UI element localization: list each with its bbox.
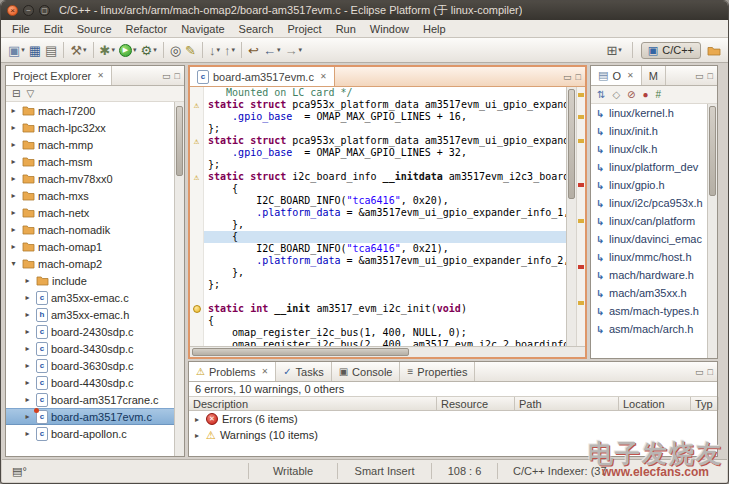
menu-item-run[interactable]: Run [329,22,363,36]
gutter[interactable] [190,327,204,339]
quickfix-bulb-icon[interactable] [193,305,201,313]
tree-expander-icon[interactable]: ▸ [8,242,19,251]
close-icon[interactable]: ✕ [261,367,268,376]
search-icon[interactable]: ◎ [170,43,181,58]
tree-expander-icon[interactable]: ▸ [8,140,19,149]
last-edit-icon[interactable]: ↩ [248,43,259,58]
tree-expander-icon[interactable]: ▸ [22,412,33,421]
group-includes-icon[interactable]: # [656,89,662,100]
tree-expander-icon[interactable]: ▸ [22,429,33,438]
tree-item[interactable]: ▸cboard-3630sdp.c [6,357,174,374]
annotation-mark[interactable] [578,115,584,119]
minimize-view-icon[interactable]: ▭ [162,71,171,81]
tree-item[interactable]: ▸ham35xx-emac.h [6,306,174,323]
annotation-mark[interactable] [578,301,584,305]
back-icon[interactable]: ←▾ [263,43,281,58]
code-line[interactable]: }; [190,123,566,135]
annotation-mark[interactable] [578,139,584,143]
window-close-button[interactable]: × [7,5,18,16]
open-perspective-icon[interactable]: ⊞▾ [606,43,621,58]
minimize-view-icon[interactable]: ▭ [695,367,704,377]
dropdown-icon[interactable]: ▾ [153,46,157,54]
code-line[interactable]: static int __init am3517_evm_i2c_init(vo… [190,303,566,315]
hide-fields-icon[interactable]: ◇ [612,89,620,100]
gutter[interactable] [190,267,204,279]
scrollbar-thumb[interactable] [176,106,183,176]
gutter[interactable]: ⚠ [190,99,204,111]
tree-expander-icon[interactable]: ▸ [22,344,33,353]
tree-expander-icon[interactable]: ▸ [22,378,33,387]
code-line[interactable]: Mounted on LC card */ [190,87,566,99]
warning-marker-icon[interactable]: ⚠ [194,171,199,183]
outline-item[interactable]: ↳linux/can/platform [591,212,707,230]
warning-marker-icon[interactable]: ⚠ [194,99,199,111]
gutter[interactable] [190,147,204,159]
code-line[interactable]: ⚠static struct pca953x_platform_data am3… [190,99,566,111]
dropdown-icon[interactable]: ▾ [21,46,25,54]
outline-tab-o[interactable]: ▤O✕ [591,66,642,85]
tree-item[interactable]: ▾mach-omap2 [6,255,174,272]
forward-icon[interactable]: →▾ [284,43,302,58]
gutter[interactable] [190,255,204,267]
maximize-view-icon[interactable]: □ [708,367,713,377]
menu-item-source[interactable]: Source [70,22,119,36]
tree-expander-icon[interactable]: ▸ [8,174,19,183]
save-icon[interactable]: ▦ [29,43,41,58]
gutter[interactable] [190,339,204,346]
dropdown-icon[interactable]: ▾ [83,46,87,54]
view-menu-icon[interactable]: ▽ [26,88,34,99]
scrollbar-thumb[interactable] [568,89,575,199]
menu-item-project[interactable]: Project [280,22,328,36]
outline-item[interactable]: ↳mach/am35xx.h [591,284,707,302]
gutter[interactable] [190,87,204,99]
menu-item-window[interactable]: Window [363,22,416,36]
gutter[interactable] [190,195,204,207]
outline-item[interactable]: ↳linux/kernel.h [591,104,707,122]
code-line[interactable]: }; [190,279,566,291]
outline-scrollbar[interactable] [707,104,717,358]
column-header-resource[interactable]: Resource [437,397,515,410]
tree-expander-icon[interactable]: ▸ [8,123,19,132]
tree-item[interactable]: ▸mach-netx [6,204,174,221]
window-minimize-button[interactable]: − [23,5,34,16]
fast-view-icon[interactable]: ▤° [6,463,33,479]
outline-item[interactable]: ↳mach/hardware.h [591,266,707,284]
dropdown-icon[interactable]: ▾ [277,46,281,54]
close-icon[interactable]: ✕ [97,71,104,80]
window-maximize-button[interactable]: ◻ [39,5,50,16]
gutter[interactable] [190,207,204,219]
close-icon[interactable]: ✕ [320,72,327,81]
tree-item[interactable]: ▸cam35xx-emac.c [6,289,174,306]
tree-item[interactable]: ▸cboard-4430sdp.c [6,374,174,391]
perspective-cpp-button[interactable]: ▣ C/C++ [641,42,701,59]
menu-item-refactor[interactable]: Refactor [119,22,175,36]
close-icon[interactable]: ✕ [627,71,634,80]
tree-expander-icon[interactable]: ▸ [8,208,19,217]
title-bar[interactable]: × − ◻ C/C++ - linux/arch/arm/mach-omap2/… [1,1,728,20]
column-header-path[interactable]: Path [515,397,619,410]
menu-item-edit[interactable]: Edit [37,22,70,36]
tree-expander-icon[interactable]: ▸ [8,225,19,234]
gutter[interactable]: ⚠ [190,135,204,147]
code-line[interactable]: .gpio_base = OMAP_MAX_GPIO_LINES + 16, [190,111,566,123]
overview-ruler[interactable] [576,87,585,346]
menu-item-search[interactable]: Search [232,22,281,36]
code-line[interactable]: ⚠static struct i2c_board_info __initdata… [190,171,566,183]
code-line[interactable]: ⚠static struct pca953x_platform_data am3… [190,135,566,147]
gutter[interactable] [190,243,204,255]
prev-annotation-icon[interactable]: ↑▾ [224,43,235,58]
code-line[interactable]: .platform_data = &am3517evm_ui_gpio_expa… [190,207,566,219]
tree-item[interactable]: ▸cboard-apollon.c [6,425,174,442]
perspective-folder-icon[interactable] [707,45,721,56]
outline-item[interactable]: ↳linux/clk.h [591,140,707,158]
tree-expander-icon[interactable]: ▸ [22,361,33,370]
column-header-location[interactable]: Location [619,397,691,410]
tree-item[interactable]: ▸cboard-am3517evm.c [6,408,174,425]
maximize-view-icon[interactable]: □ [708,71,713,81]
tree-expander-icon[interactable]: ▸ [8,157,19,166]
menu-item-file[interactable]: File [5,22,37,36]
row-expander-icon[interactable]: ▸ [192,415,202,424]
external-tools-icon[interactable]: ⚙▾ [141,43,157,58]
editor-horizontal-scrollbar[interactable] [190,346,585,357]
build-icon[interactable]: ⚒▾ [70,43,86,58]
